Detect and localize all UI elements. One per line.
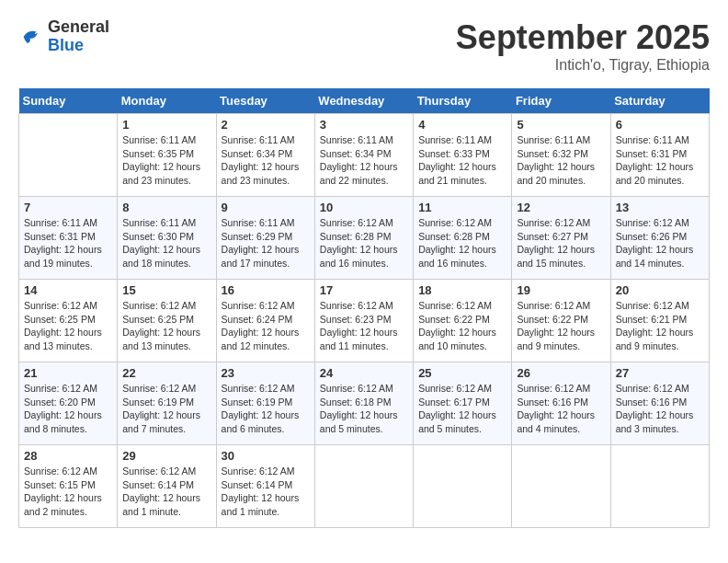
day-number: 14 [24, 283, 112, 297]
calendar-cell: 14Sunrise: 6:12 AMSunset: 6:25 PMDayligh… [19, 280, 118, 362]
month-title: September 2025 [456, 18, 710, 57]
calendar-cell: 12Sunrise: 6:12 AMSunset: 6:27 PMDayligh… [512, 197, 610, 280]
calendar-cell [314, 445, 413, 528]
day-number: 27 [616, 366, 704, 380]
calendar-cell: 8Sunrise: 6:11 AMSunset: 6:30 PMDaylight… [118, 197, 216, 280]
weekday-header-saturday: Saturday [610, 88, 709, 114]
day-info: Sunrise: 6:12 AMSunset: 6:19 PMDaylight:… [122, 382, 210, 436]
calendar-cell: 25Sunrise: 6:12 AMSunset: 6:17 PMDayligh… [414, 362, 512, 445]
calendar-cell: 23Sunrise: 6:12 AMSunset: 6:19 PMDayligh… [216, 362, 314, 445]
day-info: Sunrise: 6:11 AMSunset: 6:34 PMDaylight:… [222, 133, 310, 188]
day-number: 20 [616, 283, 704, 297]
logo-general: General [48, 17, 109, 36]
weekday-header-sunday: Sunday [19, 88, 118, 114]
calendar-cell [610, 445, 709, 528]
calendar-week-row: 7Sunrise: 6:11 AMSunset: 6:31 PMDaylight… [19, 197, 710, 280]
calendar-cell: 17Sunrise: 6:12 AMSunset: 6:23 PMDayligh… [314, 280, 413, 362]
calendar-cell: 15Sunrise: 6:12 AMSunset: 6:25 PMDayligh… [118, 280, 216, 362]
calendar-cell: 3Sunrise: 6:11 AMSunset: 6:34 PMDaylight… [314, 114, 413, 197]
day-number: 26 [517, 366, 605, 380]
calendar-cell: 2Sunrise: 6:11 AMSunset: 6:34 PMDaylight… [216, 114, 314, 197]
day-number: 25 [418, 366, 506, 380]
day-info: Sunrise: 6:12 AMSunset: 6:14 PMDaylight:… [122, 465, 210, 519]
calendar-cell: 26Sunrise: 6:12 AMSunset: 6:16 PMDayligh… [512, 362, 610, 445]
day-info: Sunrise: 6:12 AMSunset: 6:25 PMDaylight:… [122, 299, 210, 353]
calendar-cell: 24Sunrise: 6:12 AMSunset: 6:18 PMDayligh… [314, 362, 413, 445]
day-number: 12 [517, 201, 605, 214]
day-info: Sunrise: 6:12 AMSunset: 6:14 PMDaylight:… [222, 465, 310, 519]
calendar-cell: 11Sunrise: 6:12 AMSunset: 6:28 PMDayligh… [414, 197, 512, 280]
day-number: 9 [222, 201, 310, 214]
day-number: 11 [418, 201, 506, 214]
day-number: 4 [418, 118, 506, 132]
day-info: Sunrise: 6:12 AMSunset: 6:16 PMDaylight:… [616, 382, 704, 436]
calendar-header-row: SundayMondayTuesdayWednesdayThursdayFrid… [19, 88, 710, 114]
calendar-cell: 29Sunrise: 6:12 AMSunset: 6:14 PMDayligh… [118, 445, 216, 528]
day-info: Sunrise: 6:12 AMSunset: 6:21 PMDaylight:… [616, 299, 704, 353]
calendar-cell: 9Sunrise: 6:11 AMSunset: 6:29 PMDaylight… [216, 197, 314, 280]
day-info: Sunrise: 6:12 AMSunset: 6:22 PMDaylight:… [517, 299, 605, 353]
calendar-cell: 21Sunrise: 6:12 AMSunset: 6:20 PMDayligh… [19, 362, 118, 445]
calendar-cell: 16Sunrise: 6:12 AMSunset: 6:24 PMDayligh… [216, 280, 314, 362]
calendar-cell: 10Sunrise: 6:12 AMSunset: 6:28 PMDayligh… [314, 197, 413, 280]
page-header: General Blue September 2025 Intich'o, Ti… [18, 18, 710, 74]
day-info: Sunrise: 6:11 AMSunset: 6:34 PMDaylight:… [320, 133, 408, 188]
calendar-cell: 18Sunrise: 6:12 AMSunset: 6:22 PMDayligh… [414, 280, 512, 362]
calendar-week-row: 1Sunrise: 6:11 AMSunset: 6:35 PMDaylight… [19, 114, 710, 197]
day-number: 16 [222, 283, 310, 297]
day-number: 6 [616, 118, 704, 132]
calendar-cell: 4Sunrise: 6:11 AMSunset: 6:33 PMDaylight… [414, 114, 512, 197]
day-info: Sunrise: 6:12 AMSunset: 6:28 PMDaylight:… [320, 216, 408, 270]
logo-bird-icon [18, 24, 44, 50]
calendar-week-row: 28Sunrise: 6:12 AMSunset: 6:15 PMDayligh… [19, 445, 710, 528]
calendar-cell: 28Sunrise: 6:12 AMSunset: 6:15 PMDayligh… [19, 445, 118, 528]
weekday-header-wednesday: Wednesday [314, 88, 413, 114]
day-number: 13 [616, 201, 704, 214]
day-info: Sunrise: 6:12 AMSunset: 6:22 PMDaylight:… [418, 299, 506, 353]
day-number: 15 [122, 283, 210, 297]
weekday-header-friday: Friday [512, 88, 610, 114]
day-info: Sunrise: 6:12 AMSunset: 6:18 PMDaylight:… [320, 382, 408, 436]
calendar-table: SundayMondayTuesdayWednesdayThursdayFrid… [18, 88, 710, 528]
logo: General Blue [18, 18, 109, 55]
calendar-cell [414, 445, 512, 528]
weekday-header-monday: Monday [118, 88, 216, 114]
day-number: 1 [122, 118, 210, 132]
day-info: Sunrise: 6:11 AMSunset: 6:30 PMDaylight:… [122, 216, 210, 270]
day-number: 10 [320, 201, 408, 214]
calendar-cell: 19Sunrise: 6:12 AMSunset: 6:22 PMDayligh… [512, 280, 610, 362]
day-number: 21 [24, 366, 112, 380]
logo-text: General Blue [48, 18, 109, 55]
day-info: Sunrise: 6:12 AMSunset: 6:16 PMDaylight:… [517, 382, 605, 436]
calendar-cell: 22Sunrise: 6:12 AMSunset: 6:19 PMDayligh… [118, 362, 216, 445]
day-info: Sunrise: 6:11 AMSunset: 6:29 PMDaylight:… [222, 216, 310, 270]
day-number: 7 [24, 201, 112, 214]
calendar-cell: 7Sunrise: 6:11 AMSunset: 6:31 PMDaylight… [19, 197, 118, 280]
calendar-cell: 1Sunrise: 6:11 AMSunset: 6:35 PMDaylight… [118, 114, 216, 197]
calendar-cell: 6Sunrise: 6:11 AMSunset: 6:31 PMDaylight… [610, 114, 709, 197]
day-info: Sunrise: 6:12 AMSunset: 6:15 PMDaylight:… [24, 465, 112, 519]
day-number: 28 [24, 449, 112, 463]
day-info: Sunrise: 6:12 AMSunset: 6:25 PMDaylight:… [24, 299, 112, 353]
day-info: Sunrise: 6:12 AMSunset: 6:28 PMDaylight:… [418, 216, 506, 270]
day-number: 18 [418, 283, 506, 297]
calendar-cell: 13Sunrise: 6:12 AMSunset: 6:26 PMDayligh… [610, 197, 709, 280]
day-info: Sunrise: 6:12 AMSunset: 6:23 PMDaylight:… [320, 299, 408, 353]
calendar-cell: 30Sunrise: 6:12 AMSunset: 6:14 PMDayligh… [216, 445, 314, 528]
weekday-header-tuesday: Tuesday [216, 88, 314, 114]
day-info: Sunrise: 6:12 AMSunset: 6:24 PMDaylight:… [222, 299, 310, 353]
day-number: 29 [122, 449, 210, 463]
calendar-cell: 20Sunrise: 6:12 AMSunset: 6:21 PMDayligh… [610, 280, 709, 362]
calendar-cell: 5Sunrise: 6:11 AMSunset: 6:32 PMDaylight… [512, 114, 610, 197]
calendar-cell [19, 114, 118, 197]
weekday-header-thursday: Thursday [414, 88, 512, 114]
day-info: Sunrise: 6:11 AMSunset: 6:32 PMDaylight:… [517, 133, 605, 188]
day-number: 19 [517, 283, 605, 297]
title-block: September 2025 Intich'o, Tigray, Ethiopi… [456, 18, 710, 74]
day-number: 5 [517, 118, 605, 132]
day-number: 22 [122, 366, 210, 380]
location-subtitle: Intich'o, Tigray, Ethiopia [456, 57, 710, 74]
day-info: Sunrise: 6:12 AMSunset: 6:27 PMDaylight:… [517, 216, 605, 270]
day-number: 23 [222, 366, 310, 380]
day-number: 17 [320, 283, 408, 297]
